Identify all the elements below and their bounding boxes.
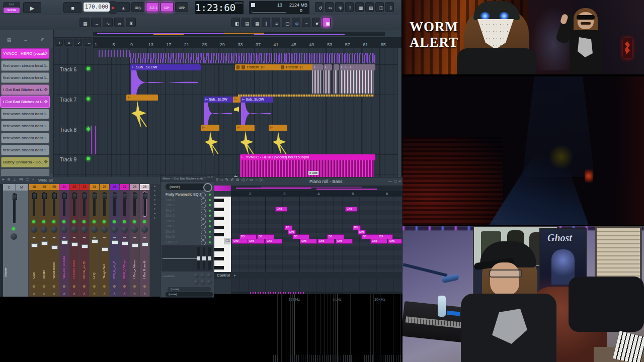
minimize-icon[interactable]: — (388, 179, 392, 184)
slot-knob[interactable] (201, 203, 206, 208)
drag-handle-icon[interactable]: ✥ (44, 97, 48, 107)
chevron-up-icon[interactable]: ∧ (79, 292, 89, 296)
channel-route-icon[interactable]: ⊚ (130, 285, 139, 289)
effect-slot[interactable]: Slot 3 (162, 203, 213, 208)
piano-roll-minimap[interactable] (231, 186, 403, 191)
Hi Q[interactable]: 24 ◂▸ Hi Q ⊚ ∧ (90, 184, 99, 297)
loop-record-icon[interactable]: Ш+ (160, 2, 174, 12)
chevron-up-icon[interactable]: ∧ (130, 292, 139, 296)
track-label[interactable]: Track 9 (60, 157, 76, 162)
help-icon[interactable]: ? (345, 2, 354, 12)
channel-number[interactable]: 20 (49, 184, 59, 190)
maximize-icon[interactable]: □ (394, 179, 396, 184)
slot-enable-led[interactable] (209, 204, 211, 206)
metronome-icon[interactable]: ◮ (117, 2, 130, 12)
effect-slot[interactable]: Slot 2 (162, 198, 213, 203)
Wood Block[interactable]: 20 ◂▸ Wood Block ⊚ ∧ (49, 184, 59, 297)
channel-number[interactable]: 28 (140, 184, 149, 190)
slot-enable-led[interactable] (209, 225, 211, 227)
delete-tool-icon[interactable]: × (64, 39, 72, 46)
midi-note[interactable]: G#3 (345, 207, 357, 212)
midi-note[interactable]: C#3 (370, 239, 387, 244)
channel-route-icon[interactable]: ⊚ (120, 285, 129, 289)
slot-knob[interactable] (201, 214, 206, 219)
drag-handle-icon[interactable]: ✥ (44, 48, 48, 59)
save-as-icon[interactable]: ▧ (365, 2, 374, 12)
track-mute-led[interactable] (86, 156, 91, 161)
picker-scrollbar[interactable] (50, 48, 53, 174)
clip-menu-icon[interactable]: ⊟ (236, 65, 239, 69)
magnet-icon[interactable]: ∩ (220, 177, 223, 182)
slot-enable-led[interactable] (209, 220, 211, 222)
pattern-clip[interactable]: ⊟ Pattern 11 (279, 64, 314, 70)
channel-number[interactable]: 23 (79, 184, 89, 190)
master-column-header[interactable]: M (16, 184, 28, 191)
pattern-preview-clip[interactable] (99, 50, 130, 57)
slot-knob[interactable] (201, 224, 206, 229)
blend-record-icon[interactable]: ШΦ (175, 2, 188, 12)
channel-fader[interactable] (143, 192, 146, 216)
channel-fader[interactable] (83, 192, 86, 216)
slot-knob[interactable] (201, 240, 206, 245)
playlist-grid[interactable]: Track 6 Track 7 Track 8 Track 9 ⊢ Sub...… (54, 48, 401, 177)
delete-tool-icon[interactable]: ⊘ (236, 177, 239, 182)
mute-tool-icon[interactable]: ◁ (242, 177, 245, 182)
audio-clip[interactable]: ⊢ (236, 125, 255, 131)
control-lane-header[interactable]: Control ▸ (214, 272, 403, 279)
midi-note[interactable]: C#3 (248, 239, 265, 244)
channel-led[interactable] (62, 220, 65, 223)
channel-fader[interactable] (43, 192, 45, 216)
channel-led[interactable] (42, 220, 45, 223)
clip-gain-badge[interactable]: 6 3dB (308, 171, 318, 175)
chevron-up-icon[interactable]: ∧ (90, 292, 99, 296)
channel-rack-icon[interactable]: ▦ (252, 18, 260, 27)
piano-roll-title[interactable]: Piano roll - Bass (309, 179, 343, 184)
zoom-tool-icon[interactable]: ◌ (255, 177, 258, 182)
audio-clip[interactable]: ⊢ (201, 125, 219, 131)
chevron-up-icon[interactable]: ∧ (49, 292, 59, 296)
channel-number[interactable]: 27 (120, 184, 129, 190)
audio-clip[interactable]: ⊢ YVNCC - HERO [vocals] bout150bpm (240, 154, 375, 160)
magic-hat-icon[interactable]: ♜ (126, 18, 136, 27)
sidechain-selector[interactable]: (none) (168, 287, 211, 292)
channel-led[interactable] (93, 220, 96, 223)
pattern-clip[interactable]: ⊟ ⊟ Pattern 10 (235, 64, 281, 70)
browser-icon[interactable]: ≡ (272, 18, 280, 27)
selection-marker[interactable] (91, 126, 96, 154)
channel-route-icon[interactable]: ⊚ (59, 285, 69, 289)
effect-slot[interactable]: Slot 9 (162, 234, 213, 240)
chevron-up-icon[interactable]: ∧ (140, 292, 149, 296)
channel-fader[interactable] (123, 192, 126, 216)
insert-selector[interactable]: (none) (166, 184, 207, 190)
channel-led[interactable] (83, 220, 86, 223)
cut-icon[interactable]: ✂ (325, 2, 334, 12)
effect-slot[interactable]: Slot 6 (162, 219, 213, 224)
audio-clip[interactable]: ⊢ (312, 64, 323, 70)
chevron-up-icon[interactable]: ∧ (29, 292, 39, 296)
midi-note[interactable]: C#3 (232, 239, 249, 244)
clip-menu-icon[interactable]: ⊟ (281, 65, 284, 69)
channel-route-icon[interactable]: ⊚ (39, 285, 49, 289)
chevron-up-icon[interactable]: ∧ (69, 292, 79, 296)
PINK_150bpm[interactable]: 27 ◂▸ PINK_150bpm ⊚ ∧ (120, 184, 129, 297)
slot-enable-led[interactable] (209, 199, 211, 201)
track-label[interactable]: Track 8 (60, 127, 76, 133)
channel-number[interactable]: 18 (29, 184, 39, 190)
picker-item[interactable]: first worm stream beat 1.. ✥ (1, 121, 49, 131)
mixer-route-icon[interactable]: ≋ (7, 177, 11, 182)
picker-item[interactable]: first worm stream beat 1.. ✥ (1, 109, 49, 119)
chevron-up-icon[interactable]: ∧ (120, 292, 129, 296)
current-column-header[interactable]: C (3, 184, 15, 191)
chevron-up-icon[interactable]: ∧ (59, 292, 69, 296)
effect-slot[interactable]: Slot 4 (162, 208, 213, 214)
Sleigh[interactable]: 19 ◂▸ Sleigh ⊚ ∧ (39, 184, 49, 297)
playback-tool-icon[interactable]: ▷ (260, 177, 263, 182)
audio-clip[interactable]: ⊢ (126, 95, 158, 101)
channel-fader[interactable] (133, 192, 136, 216)
slot-enable-led[interactable] (209, 231, 211, 233)
picker-item[interactable]: Bobby Shmurda - Ho.. ✥ (1, 157, 49, 167)
close-icon[interactable]: × (398, 179, 401, 184)
bpm-display[interactable]: 170.000 (84, 3, 110, 12)
close-icon[interactable]: × (211, 175, 213, 178)
drag-handle-icon[interactable]: ✥ (44, 84, 48, 95)
